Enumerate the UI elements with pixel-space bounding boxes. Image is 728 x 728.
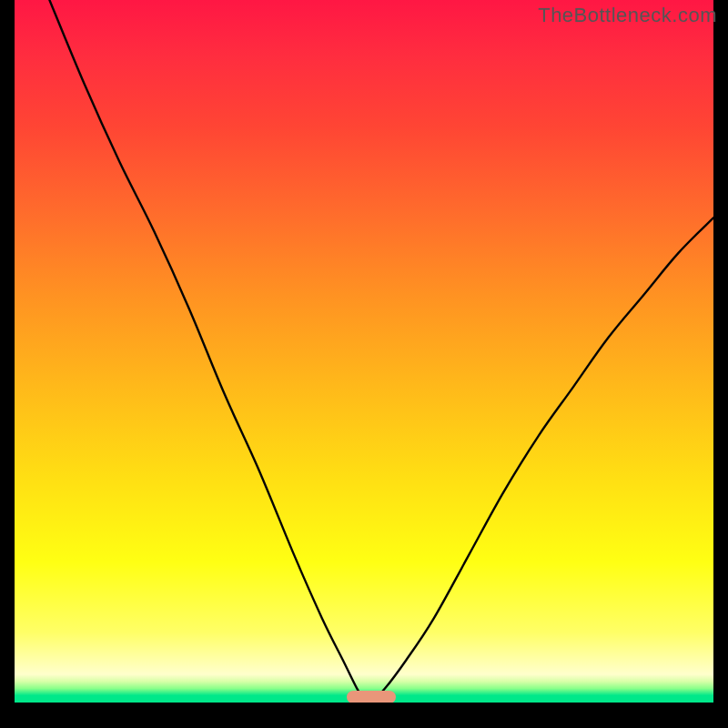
chart-frame: TheBottleneck.com (0, 0, 728, 728)
v-curve-path (49, 0, 713, 703)
plot-area (15, 0, 713, 703)
bottleneck-curve (15, 0, 713, 703)
